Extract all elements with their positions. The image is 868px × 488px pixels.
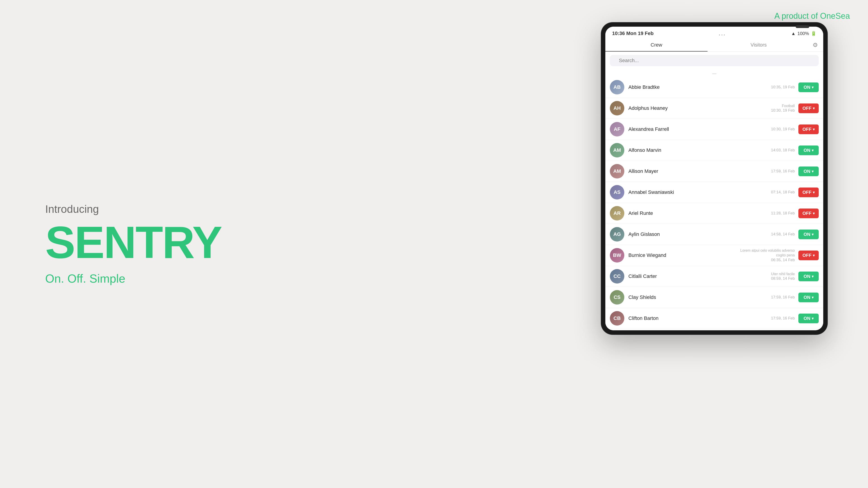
battery-text: 100% bbox=[798, 31, 809, 36]
crew-meta: 11:28, 18 Feb bbox=[771, 211, 795, 216]
crew-name: Alexandrea Farrell bbox=[628, 126, 771, 132]
tab-crew[interactable]: Crew bbox=[605, 38, 708, 52]
chevron-down-icon: ▾ bbox=[812, 148, 813, 153]
avatar: AM bbox=[610, 164, 624, 178]
crew-meta: 07:14, 18 Feb bbox=[771, 190, 795, 195]
crew-meta: 17:59, 16 Feb bbox=[771, 295, 795, 300]
toggle-button-on[interactable]: ON ▾ bbox=[798, 271, 819, 281]
crew-item: AB Abbie Bradtke 10:35, 19 Feb ON ▾ bbox=[605, 77, 823, 98]
avatar: CC bbox=[610, 269, 624, 284]
status-time: 10:36 Mon 19 Feb bbox=[612, 31, 653, 36]
chevron-down-icon: ▾ bbox=[812, 316, 813, 321]
avatar: AS bbox=[610, 185, 624, 199]
crew-timestamp: 07:14, 18 Feb bbox=[771, 190, 795, 195]
crew-name: Burnice Wiegand bbox=[628, 252, 736, 258]
toggle-button-on[interactable]: ON ▾ bbox=[798, 145, 819, 155]
toggle-button-off[interactable]: OFF ▾ bbox=[798, 208, 819, 218]
toggle-button-on[interactable]: ON ▾ bbox=[798, 230, 819, 239]
toggle-button-off[interactable]: OFF ▾ bbox=[798, 251, 819, 260]
sentry-title: SENTRY bbox=[45, 220, 221, 265]
crew-name: Ariel Runte bbox=[628, 210, 771, 216]
crew-timestamp: 11:28, 18 Feb bbox=[771, 211, 795, 216]
wifi-icon: ▲ bbox=[791, 31, 796, 36]
chevron-down-icon: ▾ bbox=[812, 274, 813, 279]
avatar: CS bbox=[610, 290, 624, 304]
crew-item: CJ Conrad Jerde Suas accusamus voquito t… bbox=[605, 329, 823, 330]
crew-meta: Football 10:30, 19 Feb bbox=[771, 104, 795, 113]
crew-timestamp: 10:30, 19 Feb bbox=[771, 108, 795, 113]
toggle-button-off[interactable]: OFF ▾ bbox=[798, 125, 819, 134]
crew-note: Football bbox=[771, 104, 795, 108]
crew-timestamp: 06:35, 14 Feb bbox=[736, 258, 795, 262]
crew-item: CC Citlalli Carter Uter nihil facile 08:… bbox=[605, 266, 823, 287]
crew-item: BW Burnice Wiegand Lorem atpui celo volu… bbox=[605, 245, 823, 266]
crew-item: CS Clay Shields 17:59, 16 Feb ON ▾ bbox=[605, 287, 823, 308]
gear-icon: ⚙ bbox=[813, 41, 818, 48]
toggle-button-off[interactable]: OFF ▾ bbox=[798, 103, 819, 113]
avatar: AG bbox=[610, 227, 624, 241]
crew-item: AR Ariel Runte 11:28, 18 Feb OFF ▾ bbox=[605, 203, 823, 224]
crew-item: AH Adolphus Heaney Football 10:30, 19 Fe… bbox=[605, 98, 823, 119]
avatar: AR bbox=[610, 206, 624, 221]
chevron-down-icon: ▾ bbox=[813, 190, 815, 195]
crew-name: Abbie Bradtke bbox=[628, 84, 771, 90]
tagline: On. Off. Simple bbox=[45, 272, 221, 285]
battery-icon: 🔋 bbox=[811, 31, 816, 36]
toggle-button-on[interactable]: ON ▾ bbox=[798, 166, 819, 176]
crew-timestamp: 17:59, 16 Feb bbox=[771, 295, 795, 300]
settings-button[interactable]: ⚙ bbox=[810, 38, 823, 52]
crew-item: AM Allison Mayer 17:59, 16 Feb ON ▾ bbox=[605, 161, 823, 182]
crew-timestamp: 08:59, 14 Feb bbox=[771, 276, 795, 281]
crew-list: AB Abbie Bradtke 10:35, 19 Feb ON ▾ AH A… bbox=[605, 77, 823, 330]
hero-section: Introducing SENTRY On. Off. Simple bbox=[45, 203, 221, 285]
crew-timestamp: 17:59, 16 Feb bbox=[771, 316, 795, 321]
chevron-down-icon: ▾ bbox=[813, 106, 815, 110]
chevron-down-icon: ▾ bbox=[812, 85, 813, 90]
toggle-button-on[interactable]: ON ▾ bbox=[798, 314, 819, 323]
crew-name: Allison Mayer bbox=[628, 168, 771, 174]
crew-name: Aylin Gislason bbox=[628, 231, 771, 237]
branding-prefix: A product of bbox=[774, 11, 820, 21]
chevron-down-icon: ▾ bbox=[813, 127, 815, 131]
tab-visitors[interactable]: Visitors bbox=[708, 38, 810, 52]
crew-item: AS Annabel Swaniawski 07:14, 18 Feb OFF … bbox=[605, 182, 823, 203]
tab-bar: Crew Visitors ⚙ bbox=[605, 38, 823, 52]
avatar: AB bbox=[610, 80, 624, 94]
avatar: AH bbox=[610, 101, 624, 116]
crew-name: Clifton Barton bbox=[628, 315, 771, 321]
crew-note: Lorem atpui celo volubilis adverso cogit… bbox=[736, 248, 795, 258]
crew-note: Uter nihil facile bbox=[771, 272, 795, 276]
chevron-down-icon: ▾ bbox=[813, 211, 815, 216]
toggle-button-off[interactable]: OFF ▾ bbox=[798, 188, 819, 197]
crew-item: CB Clifton Barton 17:59, 16 Feb ON ▾ bbox=[605, 308, 823, 329]
crew-meta: Uter nihil facile 08:59, 14 Feb bbox=[771, 272, 795, 281]
crew-name: Citlalli Carter bbox=[628, 273, 771, 279]
crew-meta: 10:35, 19 Feb bbox=[771, 85, 795, 90]
section-header: — bbox=[605, 69, 823, 77]
search-container: 🔍 bbox=[605, 52, 823, 69]
crew-timestamp: 17:59, 16 Feb bbox=[771, 169, 795, 173]
crew-item: AM Alfonso Marvin 14:03, 18 Feb ON ▾ bbox=[605, 140, 823, 161]
status-right: ▲ 100% 🔋 bbox=[791, 31, 816, 36]
branding-name: OneSea bbox=[820, 11, 850, 21]
chevron-down-icon: ▾ bbox=[812, 169, 813, 173]
ipad-device: 10:36 Mon 19 Feb ... ▲ 100% 🔋 Crew Visit… bbox=[601, 23, 827, 334]
crew-meta: Lorem atpui celo volubilis adverso cogit… bbox=[736, 248, 795, 262]
chevron-down-icon: ▾ bbox=[812, 232, 813, 236]
device-wrapper: 10:36 Mon 19 Feb ... ▲ 100% 🔋 Crew Visit… bbox=[601, 23, 827, 334]
crew-meta: 14:58, 14 Feb bbox=[771, 232, 795, 236]
crew-timestamp: 10:30, 19 Feb bbox=[771, 127, 795, 131]
search-input[interactable] bbox=[610, 55, 819, 66]
search-wrapper: 🔍 bbox=[610, 55, 819, 66]
crew-timestamp: 14:58, 14 Feb bbox=[771, 232, 795, 236]
toggle-button-on[interactable]: ON ▾ bbox=[798, 293, 819, 302]
avatar: BW bbox=[610, 248, 624, 263]
crew-meta: 17:59, 16 Feb bbox=[771, 169, 795, 173]
crew-name: Adolphus Heaney bbox=[628, 105, 771, 111]
status-bar: 10:36 Mon 19 Feb ... ▲ 100% 🔋 bbox=[605, 27, 823, 38]
device-notch bbox=[796, 25, 809, 28]
chevron-down-icon: ▾ bbox=[813, 253, 815, 258]
crew-meta: 17:59, 16 Feb bbox=[771, 316, 795, 321]
crew-name: Annabel Swaniawski bbox=[628, 189, 771, 195]
toggle-button-on[interactable]: ON ▾ bbox=[798, 83, 819, 92]
